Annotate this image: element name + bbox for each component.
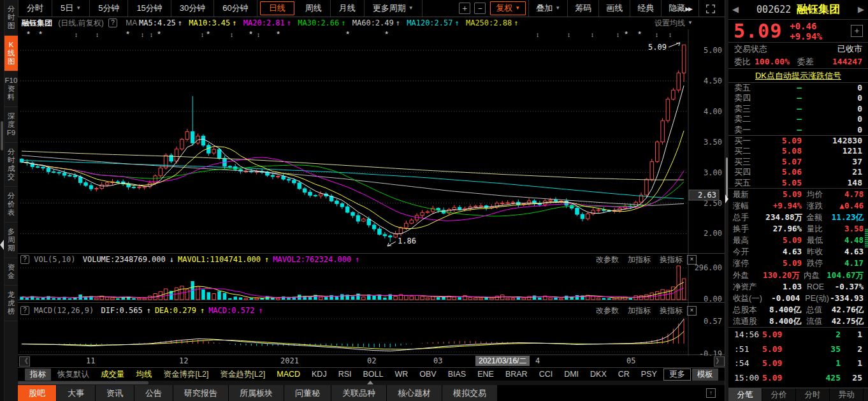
ask-label: 卖二 xyxy=(734,114,756,124)
pane-link-加指标[interactable]: 加指标 xyxy=(628,255,651,264)
zoom-in-button[interactable]: ＋ xyxy=(459,3,470,14)
sidebar-item-F10资料[interactable]: F10资料 xyxy=(4,71,18,107)
sidebar-item-K线图[interactable]: K线图 xyxy=(4,36,18,71)
bottom-tab-资讯[interactable]: 资讯 xyxy=(96,385,134,401)
pane-link-改参数[interactable]: 改参数 xyxy=(596,306,619,315)
indicator-item-模板[interactable]: 模板 xyxy=(692,368,718,381)
period-button-周线[interactable]: 周线 xyxy=(297,0,331,17)
panel-scrollbar-thumb[interactable] xyxy=(865,228,868,247)
tool-button-复权[interactable]: 复权▼ xyxy=(490,1,526,15)
period-button-分时[interactable]: 分时 xyxy=(18,0,52,17)
bottom-tab-模拟交易[interactable]: 模拟交易 xyxy=(442,385,498,401)
zoom-out-button[interactable]: － xyxy=(474,3,486,14)
axis-price-tag-value: 2.63 xyxy=(698,191,716,200)
sidebar-gutter-scrollbar[interactable] xyxy=(0,0,4,401)
pane-link-换指标[interactable]: 换指标 xyxy=(660,306,683,315)
indicator-item-指标[interactable]: 指标 xyxy=(25,368,51,381)
ma-settings-dropdown[interactable]: 设置均线▼ xyxy=(655,17,693,29)
prev-stock-icon[interactable]: ◀ xyxy=(732,0,739,19)
sidebar-item-分价表[interactable]: 分价表 xyxy=(4,187,18,222)
indicator-item-BOLL[interactable]: BOLL xyxy=(358,370,389,379)
indicator-item-成交量[interactable]: 成交量 xyxy=(96,369,130,380)
scroll-left-icon[interactable]: 《 xyxy=(19,356,30,367)
sidebar-item-分时成交[interactable]: 分时成交 xyxy=(4,143,18,187)
horizontal-scrollbar[interactable] xyxy=(18,381,725,385)
ask-row: 卖二—0 xyxy=(728,114,868,124)
panel-tab-分价[interactable]: 分价 xyxy=(762,388,796,401)
indicator-item-BRAR[interactable]: BRAR xyxy=(500,370,533,379)
sidebar-item-深度F9[interactable]: 深度F9 xyxy=(4,107,18,143)
indicator-item-均线[interactable]: 均线 xyxy=(131,369,157,380)
panel-tab-异动[interactable]: 异动 xyxy=(830,388,864,401)
tool-button-画线[interactable]: 画线 xyxy=(598,0,630,17)
indicator-item-ENE[interactable]: ENE xyxy=(472,370,499,379)
dk-signal-link[interactable]: DK点自动提示涨跌信号 xyxy=(728,68,868,83)
mavol2-line xyxy=(22,288,684,298)
sidebar-scroll-thumb[interactable] xyxy=(1,121,3,150)
sidebar-item-龙虎榜[interactable]: 龙虎榜 xyxy=(4,286,18,321)
stock-trading-app: 分时图K线图F10资料深度F9分时成交分价表多周期资金龙虎榜 分时5日▼5分钟1… xyxy=(0,0,868,401)
fullscreen-icon[interactable] xyxy=(698,0,722,17)
period-button-5日[interactable]: 5日▼ xyxy=(52,0,90,17)
indicator-item-资金博弈[L2][interactable]: 资金博弈[L2] xyxy=(159,369,214,380)
bottom-tab-问董秘[interactable]: 问董秘 xyxy=(284,385,331,401)
sidebar-collapse-icon[interactable] xyxy=(0,240,4,250)
bottom-tab-关联品种[interactable]: 关联品种 xyxy=(331,385,387,401)
panel-tab-分时[interactable]: 分时 xyxy=(796,388,830,401)
macd-indicator-title: MACD(12,26,9) xyxy=(34,306,94,315)
next-stock-icon[interactable]: ▶ xyxy=(858,0,864,19)
bottom-tab-所属板块[interactable]: 所属板块 xyxy=(229,385,284,401)
sidebar-item-分时图[interactable]: 分时图 xyxy=(4,0,18,36)
pane-link-加指标[interactable]: 加指标 xyxy=(628,306,651,315)
period-button-15分钟[interactable]: 15分钟 xyxy=(128,0,171,17)
indicator-item-CCI[interactable]: CCI xyxy=(534,370,558,379)
tool-button-筹码[interactable]: 筹码 xyxy=(567,0,598,17)
bottom-tab-核心题材[interactable]: 核心题材 xyxy=(387,385,442,401)
indicator-item-DMI[interactable]: DMI xyxy=(559,370,584,379)
indicator-item-DKX[interactable]: DKX xyxy=(585,370,612,379)
period-button-更多周期[interactable]: 更多周期▼ xyxy=(365,0,423,17)
scroll-right-icon[interactable]: 》 xyxy=(714,356,725,367)
indicator-item-KDJ[interactable]: KDJ xyxy=(307,370,332,379)
sidebar-item-资金[interactable]: 资金 xyxy=(4,258,18,286)
hscroll-thumb[interactable] xyxy=(18,381,148,384)
indicator-item-恢复默认[interactable]: 恢复默认 xyxy=(52,369,94,380)
bottom-tab-公告[interactable]: 公告 xyxy=(134,385,173,401)
help-icon[interactable]: ? xyxy=(20,306,29,315)
stat-label: 涨跌 xyxy=(807,200,832,212)
period-button-月线[interactable]: 月线 xyxy=(331,0,365,17)
period-button-60分钟[interactable]: 60分钟 xyxy=(214,0,257,17)
period-button-5分钟[interactable]: 5分钟 xyxy=(90,0,128,17)
indicator-item-PSY[interactable]: PSY xyxy=(636,370,662,379)
indicator-item-更多[interactable]: 更多 xyxy=(663,368,691,381)
tool-button-经典[interactable]: 经典 xyxy=(630,0,661,17)
help-icon[interactable]: ? xyxy=(108,18,117,27)
close-icon[interactable]: × xyxy=(687,306,697,316)
bottom-tab-股吧[interactable]: 股吧 xyxy=(18,385,57,401)
hscroll-arrow-icon[interactable] xyxy=(367,381,373,384)
indicator-item-资金趋势[L2][interactable]: 资金趋势[L2] xyxy=(215,369,270,380)
indicator-item-BIAS[interactable]: BIAS xyxy=(443,370,472,379)
bottom-tab-研究报告[interactable]: 研究报告 xyxy=(173,385,229,401)
indicator-item-OBV[interactable]: OBV xyxy=(414,370,441,379)
indicator-item-WR[interactable]: WR xyxy=(389,370,413,379)
sidebar-item-多周期[interactable]: 多周期 xyxy=(4,222,18,258)
tick-price: 5.09 xyxy=(762,371,794,386)
close-icon[interactable]: × xyxy=(687,255,697,265)
panel-tab-分笔[interactable]: 分笔 xyxy=(728,388,762,401)
bottom-tab-大事[interactable]: 大事 xyxy=(57,385,96,401)
period-button-日线[interactable]: 日线 xyxy=(260,1,294,15)
period-button-30分钟[interactable]: 30分钟 xyxy=(171,0,214,17)
add-watchlist-icon[interactable]: ＋ xyxy=(851,25,863,37)
pane-link-改参数[interactable]: 改参数 xyxy=(596,255,619,264)
tool-button-叠加[interactable]: 叠加▼ xyxy=(528,0,567,17)
divider-scroll-thumb[interactable] xyxy=(726,157,728,197)
indicator-item-RSI[interactable]: RSI xyxy=(333,370,357,379)
stat-value: -334.93 xyxy=(830,293,864,304)
help-icon[interactable]: ? xyxy=(20,255,29,264)
tool-button-隐藏[interactable]: 隐藏▶▶ xyxy=(661,0,698,17)
pane-link-换指标[interactable]: 换指标 xyxy=(660,255,683,264)
indicator-item-MACD[interactable]: MACD xyxy=(271,370,305,379)
popup-window-icon[interactable]: ↑ xyxy=(706,388,716,398)
indicator-item-CR[interactable]: CR xyxy=(613,370,635,379)
